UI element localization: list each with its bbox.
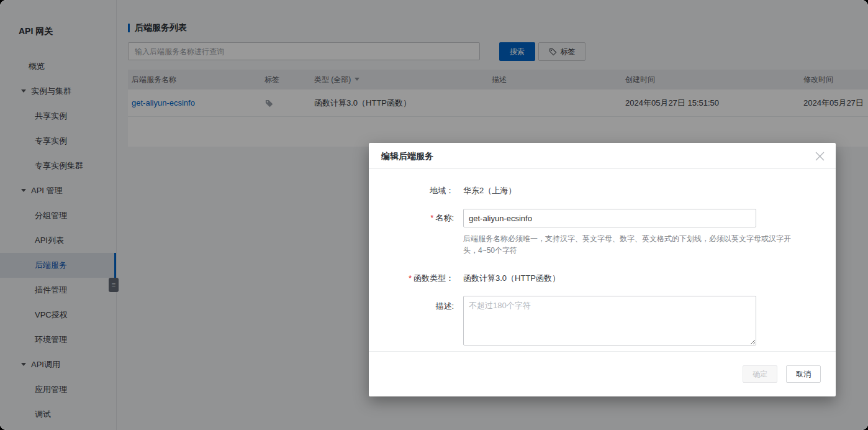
- region-field-row: 地域： 华东2（上海）: [369, 185, 836, 196]
- modal-title: 编辑后端服务: [381, 151, 433, 161]
- region-value: 华东2（上海）: [463, 185, 516, 196]
- required-asterisk: [409, 273, 414, 283]
- region-label: 地域：: [369, 185, 454, 196]
- modal-body: 地域： 华东2（上海） 名称: 后端服务名称必须唯一，支持汉字、英文字母、数字、…: [369, 169, 836, 348]
- function-type-field-row: 函数类型： 函数计算3.0（HTTP函数）: [369, 273, 836, 284]
- modal-header: 编辑后端服务: [369, 143, 836, 169]
- name-input[interactable]: [463, 209, 756, 227]
- function-type-value: 函数计算3.0（HTTP函数）: [463, 273, 560, 284]
- edit-backend-service-modal: 编辑后端服务 地域： 华东2（上海） 名称: 后端服务名称必须唯一，支持汉字、英…: [369, 143, 836, 396]
- name-help-text: 后端服务名称必须唯一，支持汉字、英文字母、数字、英文格式的下划线，必须以英文字母…: [463, 233, 798, 257]
- function-type-label: 函数类型：: [369, 273, 454, 284]
- description-label: 描述:: [369, 296, 454, 312]
- name-label: 名称:: [369, 213, 454, 224]
- name-field-row: 名称:: [369, 209, 836, 227]
- cancel-button[interactable]: 取消: [786, 365, 821, 383]
- app-window: API 网关 概览 实例与集群 共享实例 专享实例 专享实例集群 API 管理 …: [0, 0, 868, 430]
- confirm-button[interactable]: 确定: [743, 365, 777, 383]
- close-icon[interactable]: [815, 152, 825, 161]
- description-textarea[interactable]: [463, 296, 756, 345]
- description-field-row: 描述:: [369, 296, 836, 348]
- modal-footer: 确定 取消: [369, 351, 836, 396]
